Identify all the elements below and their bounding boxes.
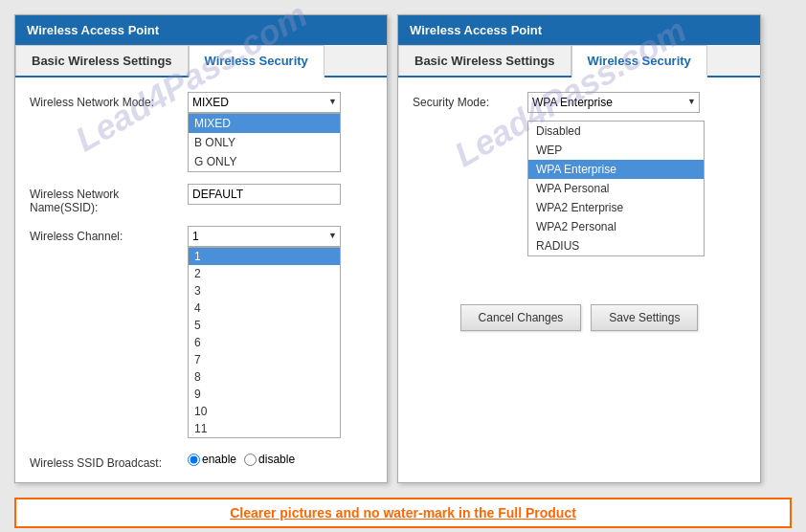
channel-item-9[interactable]: 9 (189, 386, 340, 403)
network-name-control (188, 184, 372, 205)
security-option-wep[interactable]: WEP (528, 141, 704, 160)
left-panel-tabs: Basic Wireless Settings Wireless Securit… (15, 45, 387, 78)
security-dropdown-open: Disabled WEP WPA Enterprise WPA Personal… (527, 121, 705, 256)
channel-item-8[interactable]: 8 (189, 368, 340, 386)
security-mode-label: Security Mode: (413, 96, 527, 109)
tab-basic-wireless-right[interactable]: Basic Wireless Settings (398, 45, 571, 76)
security-mode-row: Security Mode: Disabled WEP WPA Enterpri… (413, 92, 746, 113)
network-name-label: Wireless Network Name(SSID): (30, 184, 188, 214)
ssid-radio-group: enable disable (188, 453, 372, 466)
button-row: Cancel Changes Save Settings (413, 295, 746, 341)
channel-item-7[interactable]: 7 (189, 351, 340, 368)
footer-text: Clearer pictures and no water-mark in th… (230, 505, 576, 521)
network-name-row: Wireless Network Name(SSID): (30, 184, 372, 214)
channel-item-11[interactable]: 11 (189, 420, 340, 437)
channel-item-3[interactable]: 3 (189, 282, 340, 299)
cancel-button[interactable]: Cancel Changes (460, 304, 582, 331)
ssid-disable-radio[interactable] (244, 454, 257, 466)
ssid-enable-text: enable (202, 453, 236, 466)
network-name-input[interactable] (188, 184, 341, 205)
channel-item-1[interactable]: 1 (189, 248, 340, 265)
wireless-channel-label: Wireless Channel: (30, 226, 188, 243)
dropdown-item-gonly[interactable]: G ONLY (189, 152, 340, 171)
right-panel-header: Wireless Access Point (398, 15, 760, 45)
network-mode-row: Wireless Network Mode: MIXED B ONLY G ON… (30, 92, 372, 172)
footer-banner: Clearer pictures and no water-mark in th… (14, 498, 792, 528)
channel-dropdown: 1 2 3 4 5 6 7 8 9 10 11 (188, 247, 341, 438)
ssid-disable-label[interactable]: disable (244, 453, 295, 466)
network-mode-label: Wireless Network Mode: (30, 92, 188, 109)
tab-basic-wireless-left[interactable]: Basic Wireless Settings (15, 45, 189, 76)
channel-item-10[interactable]: 10 (189, 403, 340, 420)
ssid-enable-radio[interactable] (188, 454, 200, 466)
ssid-broadcast-label: Wireless SSID Broadcast: (30, 453, 188, 470)
left-panel-header: Wireless Access Point (15, 15, 387, 45)
security-option-wpa-personal[interactable]: WPA Personal (528, 179, 704, 198)
channel-item-6[interactable]: 6 (189, 334, 340, 351)
ssid-broadcast-row: Wireless SSID Broadcast: enable disable (30, 453, 372, 470)
security-option-disabled[interactable]: Disabled (528, 122, 704, 141)
dropdown-item-mixed[interactable]: MIXED (189, 114, 340, 133)
wireless-channel-control: 1 1 2 3 4 5 6 7 8 9 10 11 (188, 226, 372, 438)
ssid-broadcast-control: enable disable (188, 453, 372, 466)
left-panel: Wireless Access Point Basic Wireless Set… (14, 14, 388, 483)
network-mode-control: MIXED B ONLY G ONLY MIXED B ONLY G ONLY (188, 92, 372, 172)
channel-item-5[interactable]: 5 (189, 317, 340, 334)
channel-select[interactable]: 1 (188, 226, 341, 247)
security-option-wpa2-personal[interactable]: WPA2 Personal (528, 217, 704, 236)
ssid-enable-label[interactable]: enable (188, 453, 236, 466)
left-panel-content: Wireless Network Mode: MIXED B ONLY G ON… (15, 78, 387, 496)
security-option-wpa2-enterprise[interactable]: WPA2 Enterprise (528, 198, 704, 217)
wireless-channel-row: Wireless Channel: 1 1 2 3 4 5 6 7 (30, 226, 372, 438)
channel-item-4[interactable]: 4 (189, 299, 340, 317)
network-mode-dropdown: MIXED B ONLY G ONLY (188, 113, 341, 172)
tab-wireless-security-left[interactable]: Wireless Security (189, 45, 325, 78)
security-mode-select-wrapper: Disabled WEP WPA Enterprise WPA Personal… (527, 92, 700, 113)
security-option-wpa-enterprise[interactable]: WPA Enterprise (528, 160, 704, 179)
right-panel: Wireless Access Point Basic Wireless Set… (397, 14, 761, 483)
security-option-radius[interactable]: RADIUS (528, 236, 704, 255)
channel-select-wrapper: 1 (188, 226, 341, 247)
right-panel-content: Security Mode: Disabled WEP WPA Enterpri… (398, 78, 760, 355)
ssid-disable-text: disable (258, 453, 295, 466)
left-panel-title: Wireless Access Point (27, 23, 159, 37)
right-panel-tabs: Basic Wireless Settings Wireless Securit… (398, 45, 760, 78)
save-button[interactable]: Save Settings (591, 304, 698, 331)
dropdown-item-bonly[interactable]: B ONLY (189, 133, 340, 152)
network-mode-select-wrapper: MIXED B ONLY G ONLY (188, 92, 341, 113)
right-panel-title: Wireless Access Point (410, 23, 542, 37)
channel-item-2[interactable]: 2 (189, 265, 340, 282)
tab-wireless-security-right[interactable]: Wireless Security (571, 45, 707, 78)
security-mode-select[interactable]: Disabled WEP WPA Enterprise WPA Personal… (527, 92, 700, 113)
network-mode-select[interactable]: MIXED B ONLY G ONLY (188, 92, 341, 113)
